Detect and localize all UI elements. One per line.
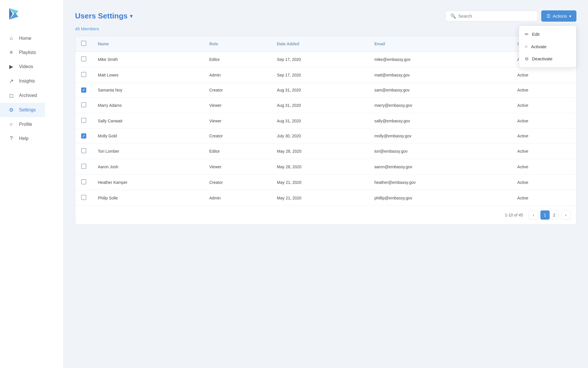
row-7-role: Viewer bbox=[204, 159, 271, 175]
row-9-checkbox[interactable] bbox=[81, 195, 86, 200]
page-title: Users Settings bbox=[75, 12, 128, 20]
row-9-status: Active bbox=[512, 190, 576, 206]
row-3-checkbox-cell bbox=[75, 98, 92, 113]
row-4-status: Active bbox=[512, 113, 576, 129]
row-5-checkbox[interactable] bbox=[81, 133, 86, 139]
row-4-email: sally@embassy.gov bbox=[369, 113, 512, 129]
dropdown-label-edit: Edit bbox=[532, 32, 540, 37]
row-7-date: May 28, 2020 bbox=[271, 159, 369, 175]
row-2-email: sam@embassy.gov bbox=[369, 83, 512, 98]
row-2-name: Samanta Noy bbox=[92, 83, 204, 98]
row-0-checkbox[interactable] bbox=[81, 56, 86, 61]
table-row: Molly GoldCreatorJuly 30, 2020molly@emba… bbox=[75, 129, 576, 143]
sidebar-item-help[interactable]: ? Help bbox=[0, 131, 45, 145]
sidebar-item-label-archived: Archived bbox=[19, 93, 37, 98]
settings-icon: ⚙ bbox=[8, 107, 14, 113]
archived-icon: ◻ bbox=[8, 92, 14, 99]
row-7-checkbox-cell bbox=[75, 159, 92, 175]
row-6-date: May 28, 2020 bbox=[271, 143, 369, 159]
sidebar-item-label-help: Help bbox=[19, 136, 29, 141]
select-all-checkbox[interactable] bbox=[81, 41, 86, 46]
row-8-status: Active bbox=[512, 175, 576, 190]
table-row: Philip SolleAdminMay 21, 2020phillip@emb… bbox=[75, 190, 576, 206]
actions-wrapper: ☰ Actions ▾ ✏ Edit ○ Activate ⊖ Deactiva… bbox=[541, 10, 576, 22]
table-row: Heather KamperCreatorMay 21, 2020heather… bbox=[75, 175, 576, 190]
row-0-role: Editor bbox=[204, 52, 271, 67]
table-row: Aaron JoshViewerMay 28, 2020aaron@embass… bbox=[75, 159, 576, 175]
home-icon: ⌂ bbox=[8, 35, 14, 41]
row-4-name: Sally Canwait bbox=[92, 113, 204, 129]
pagination-next-button[interactable]: › bbox=[561, 210, 570, 220]
row-8-checkbox[interactable] bbox=[81, 179, 86, 184]
row-9-role: Admin bbox=[204, 190, 271, 206]
row-1-checkbox-cell bbox=[75, 67, 92, 83]
row-8-date: May 21, 2020 bbox=[271, 175, 369, 190]
row-2-checkbox-cell bbox=[75, 83, 92, 98]
row-0-email: mike@embassy.gov bbox=[369, 52, 512, 67]
table-row: Marry AdamsViewerAug 31, 2020marry@embas… bbox=[75, 98, 576, 113]
sidebar-item-home[interactable]: ⌂ Home bbox=[0, 31, 45, 45]
row-3-checkbox[interactable] bbox=[81, 102, 86, 107]
row-2-checkbox[interactable] bbox=[81, 87, 86, 93]
col-header-role: Role bbox=[204, 36, 271, 52]
row-7-email: aaron@embassy.gov bbox=[369, 159, 512, 175]
table-row: Matt LowesAdminSep 17, 2020matt@embassy.… bbox=[75, 67, 576, 83]
col-header-date-added: Date Added bbox=[271, 36, 369, 52]
row-3-role: Viewer bbox=[204, 98, 271, 113]
row-4-role: Viewer bbox=[204, 113, 271, 129]
row-0-date: Sep 17, 2020 bbox=[271, 52, 369, 67]
page-title-group: Users Settings ▾ bbox=[75, 12, 132, 20]
row-3-status: Active bbox=[512, 98, 576, 113]
row-9-checkbox-cell bbox=[75, 190, 92, 206]
sidebar-item-insights[interactable]: ↗ Insights bbox=[0, 74, 45, 88]
row-2-status: Active bbox=[512, 83, 576, 98]
row-8-email: heather@embassy.gov bbox=[369, 175, 512, 190]
sidebar: ⌂ Home ≡ Playlists ▶ Videos ↗ Insights ◻… bbox=[0, 0, 64, 368]
row-9-name: Philip Solle bbox=[92, 190, 204, 206]
row-5-date: July 30, 2020 bbox=[271, 129, 369, 143]
header-right: 🔍 ☰ Actions ▾ ✏ Edit ○ Activate ⊖ Deacti… bbox=[445, 10, 576, 22]
row-5-name: Molly Gold bbox=[92, 129, 204, 143]
dropdown-item-deactivate[interactable]: ⊖ Deactivate bbox=[519, 53, 576, 65]
sidebar-item-videos[interactable]: ▶ Videos bbox=[0, 59, 45, 74]
page-btn-1[interactable]: 1 bbox=[540, 210, 550, 220]
row-4-checkbox[interactable] bbox=[81, 118, 86, 123]
page-btn-2[interactable]: 2 bbox=[550, 210, 559, 220]
sidebar-item-playlists[interactable]: ≡ Playlists bbox=[0, 45, 45, 59]
dropdown-item-edit[interactable]: ✏ Edit bbox=[519, 28, 576, 40]
row-0-checkbox-cell bbox=[75, 52, 92, 67]
row-1-status: Active bbox=[512, 67, 576, 83]
col-header-name: Name bbox=[92, 36, 204, 52]
deactivate-icon: ⊖ bbox=[525, 56, 529, 61]
row-4-checkbox-cell bbox=[75, 113, 92, 129]
sidebar-item-archived[interactable]: ◻ Archived bbox=[0, 88, 45, 103]
sidebar-item-label-videos: Videos bbox=[19, 64, 33, 69]
search-input[interactable] bbox=[458, 14, 533, 18]
actions-label: Actions bbox=[553, 14, 567, 18]
row-3-name: Marry Adams bbox=[92, 98, 204, 113]
dropdown-item-activate[interactable]: ○ Activate bbox=[519, 40, 576, 53]
title-chevron-icon[interactable]: ▾ bbox=[130, 13, 132, 19]
members-count: 45 Members bbox=[75, 26, 576, 31]
search-box: 🔍 bbox=[445, 11, 538, 21]
playlists-icon: ≡ bbox=[8, 49, 14, 55]
sidebar-item-settings[interactable]: ⚙ Settings bbox=[0, 103, 45, 117]
row-2-date: Aug 31, 2020 bbox=[271, 83, 369, 98]
pagination-prev-button[interactable]: ‹ bbox=[529, 210, 538, 220]
select-all-header[interactable] bbox=[75, 36, 92, 52]
row-6-status: Active bbox=[512, 143, 576, 159]
row-7-checkbox[interactable] bbox=[81, 164, 86, 169]
row-1-name: Matt Lowes bbox=[92, 67, 204, 83]
users-table: NameRoleDate AddedEmailStatus Mike Smith… bbox=[75, 36, 576, 206]
activate-icon: ○ bbox=[525, 44, 528, 49]
actions-button[interactable]: ☰ Actions ▾ bbox=[541, 10, 576, 22]
row-1-checkbox[interactable] bbox=[81, 72, 86, 77]
row-6-checkbox[interactable] bbox=[81, 148, 86, 153]
row-5-role: Creator bbox=[204, 129, 271, 143]
row-2-role: Creator bbox=[204, 83, 271, 98]
logo-icon bbox=[7, 7, 21, 21]
sidebar-item-label-playlists: Playlists bbox=[19, 50, 36, 55]
row-1-email: matt@embassy.gov bbox=[369, 67, 512, 83]
logo-wrap bbox=[0, 7, 28, 31]
sidebar-item-profile[interactable]: ○ Profile bbox=[0, 117, 45, 131]
